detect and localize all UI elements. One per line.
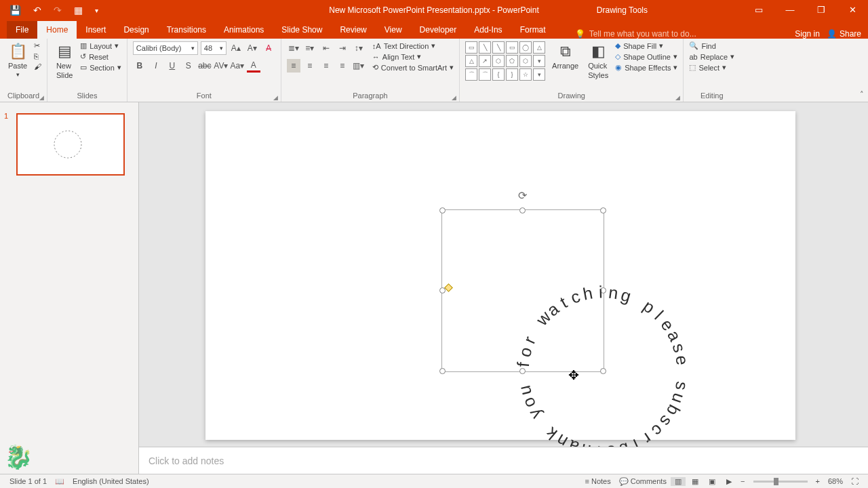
tell-me-search[interactable]: 💡 Tell me what you want to do... — [575, 29, 696, 39]
section-button[interactable]: ▭Section ▾ — [80, 63, 121, 72]
shape-fill-button[interactable]: ◆Shape Fill ▾ — [615, 41, 677, 50]
increase-indent-icon[interactable]: ⇥ — [336, 41, 349, 55]
collapse-ribbon-icon[interactable]: ˄ — [860, 90, 864, 99]
cut-button[interactable]: ✂ — [34, 41, 41, 50]
ribbon-display-icon[interactable]: ▭ — [743, 0, 774, 20]
format-painter-button[interactable]: 🖌 — [34, 62, 41, 70]
align-left-icon[interactable]: ≡ — [287, 59, 300, 73]
clipboard-launcher-icon[interactable]: ◢ — [39, 94, 44, 101]
text-direction-label: Text Direction — [384, 42, 429, 50]
shadow-icon[interactable]: S — [182, 59, 195, 73]
tab-view[interactable]: View — [376, 21, 411, 39]
copy-button[interactable]: ⎘ — [34, 52, 41, 60]
tab-transitions[interactable]: Transitions — [158, 21, 215, 39]
rotate-handle-icon[interactable]: ⟳ — [518, 189, 527, 202]
layout-button[interactable]: ▥Layout ▾ — [80, 41, 121, 50]
tab-addins[interactable]: Add-Ins — [465, 21, 511, 39]
zoom-level[interactable]: 68% — [824, 477, 847, 485]
slideshow-view-icon[interactable]: ▶ — [722, 477, 736, 486]
tab-review[interactable]: Review — [331, 21, 375, 39]
normal-view-icon[interactable]: ▥ — [671, 477, 686, 486]
tab-home[interactable]: Home — [37, 21, 77, 39]
slide-thumbnail-panel[interactable]: 1 — [0, 102, 139, 474]
tab-format[interactable]: Format — [511, 21, 555, 39]
select-button[interactable]: ⬚Select ▾ — [689, 63, 734, 72]
redo-icon[interactable]: ↷ — [54, 5, 62, 16]
spellcheck-icon[interactable]: 📖 — [51, 477, 68, 486]
font-size-combo[interactable]: 48▾ — [201, 41, 226, 55]
comments-toggle[interactable]: 💬 Comments — [615, 477, 671, 486]
save-icon[interactable]: 💾 — [9, 5, 21, 16]
italic-icon[interactable]: I — [149, 59, 163, 73]
align-text-button[interactable]: ↔Align Text ▾ — [372, 52, 454, 61]
shape-effects-button[interactable]: ◉Shape Effects ▾ — [615, 63, 677, 72]
slide-thumbnail-1[interactable]: 1 — [7, 113, 132, 176]
tab-animations[interactable]: Animations — [215, 21, 273, 39]
paragraph-launcher-icon[interactable]: ◢ — [452, 94, 456, 101]
undo-icon[interactable]: ↶ — [33, 5, 41, 16]
minimize-icon[interactable]: — — [774, 0, 806, 20]
wordart-textbox[interactable]: ⟳ Thank you for watching please subscrib… — [443, 211, 603, 371]
replace-button[interactable]: abReplace ▾ — [689, 52, 734, 61]
justify-icon[interactable]: ≡ — [336, 59, 349, 73]
zoom-out-icon[interactable]: − — [736, 477, 749, 485]
reading-view-icon[interactable]: ▣ — [705, 477, 719, 486]
shrink-font-icon[interactable]: A▾ — [245, 41, 259, 55]
group-label-drawing: Drawing◢ — [465, 92, 677, 102]
start-from-beginning-icon[interactable]: ▦ — [74, 5, 83, 16]
paste-button[interactable]: 📋 Paste ▾ — [5, 41, 30, 79]
close-icon[interactable]: ✕ — [837, 0, 868, 20]
smartart-button[interactable]: ⟲Convert to SmartArt ▾ — [372, 63, 454, 72]
group-font: Calibri (Body)▾ 48▾ A▴ A▾ A̶ B I U S abc… — [127, 39, 281, 102]
ribbon-tabs: File Home Insert Design Transitions Anim… — [0, 20, 868, 39]
quick-styles-button[interactable]: ◧ Quick Styles — [585, 41, 611, 81]
find-button[interactable]: 🔍Find — [689, 41, 734, 50]
arrange-button[interactable]: ⧉ Arrange — [549, 41, 581, 73]
notes-pane[interactable]: Click to add notes — [139, 447, 868, 474]
zoom-slider[interactable] — [753, 481, 808, 483]
line-spacing-icon[interactable]: ↕▾ — [352, 41, 366, 55]
decrease-indent-icon[interactable]: ⇤ — [319, 41, 333, 55]
share-button[interactable]: 👤Share — [827, 29, 861, 39]
new-slide-button[interactable]: ▤ New Slide — [53, 41, 76, 81]
text-direction-button[interactable]: ↕AText Direction ▾ — [372, 41, 454, 50]
fit-to-window-icon[interactable]: ⛶ — [847, 477, 863, 485]
font-color-icon[interactable]: A — [247, 59, 260, 73]
columns-icon[interactable]: ▥▾ — [352, 59, 366, 73]
shape-outline-button[interactable]: ◇Shape Outline ▾ — [615, 52, 677, 61]
tab-slideshow[interactable]: Slide Show — [273, 21, 331, 39]
font-launcher-icon[interactable]: ◢ — [273, 94, 278, 101]
maximize-icon[interactable]: ❐ — [806, 0, 837, 20]
font-family-combo[interactable]: Calibri (Body)▾ — [133, 41, 198, 55]
bold-icon[interactable]: B — [133, 59, 146, 73]
tab-developer[interactable]: Developer — [411, 21, 466, 39]
slide-canvas-area[interactable]: ⟳ Thank you for watching please subscrib… — [139, 102, 868, 447]
strike-icon[interactable]: abc — [198, 59, 212, 73]
circular-text[interactable]: Thank you for watching please subscribe — [443, 211, 603, 371]
tab-file[interactable]: File — [7, 21, 37, 39]
underline-icon[interactable]: U — [165, 59, 179, 73]
align-right-icon[interactable]: ≡ — [319, 59, 333, 73]
align-center-icon[interactable]: ≡ — [303, 59, 317, 73]
sorter-view-icon[interactable]: ▦ — [688, 477, 703, 486]
drawing-launcher-icon[interactable]: ◢ — [675, 94, 680, 101]
language-indicator[interactable]: English (United States) — [68, 477, 153, 485]
slide-counter[interactable]: Slide 1 of 1 — [5, 477, 51, 485]
find-icon: 🔍 — [689, 41, 698, 50]
tab-insert[interactable]: Insert — [77, 21, 115, 39]
tab-design[interactable]: Design — [115, 21, 157, 39]
clear-format-icon[interactable]: A̶ — [262, 41, 275, 55]
grow-font-icon[interactable]: A▴ — [229, 41, 243, 55]
notes-toggle[interactable]: ≡ Notes — [581, 477, 615, 485]
shapes-gallery[interactable]: ▭╲╲▭◯△ △↗⬡⬠⬡▾ ⌒⌒{}☆▾ — [465, 41, 545, 81]
sign-in-link[interactable]: Sign in — [795, 29, 820, 39]
numbering-icon[interactable]: ≡▾ — [303, 41, 317, 55]
slide[interactable]: ⟳ Thank you for watching please subscrib… — [205, 111, 795, 440]
bullets-icon[interactable]: ≣▾ — [287, 41, 300, 55]
change-case-icon[interactable]: Aa▾ — [231, 59, 244, 73]
reset-button[interactable]: ↺Reset — [80, 52, 121, 61]
shape-effects-label: Shape Effects — [625, 64, 671, 72]
qat-more-icon[interactable]: ▾ — [95, 7, 98, 14]
zoom-in-icon[interactable]: + — [812, 477, 824, 485]
char-spacing-icon[interactable]: AV▾ — [214, 59, 228, 73]
